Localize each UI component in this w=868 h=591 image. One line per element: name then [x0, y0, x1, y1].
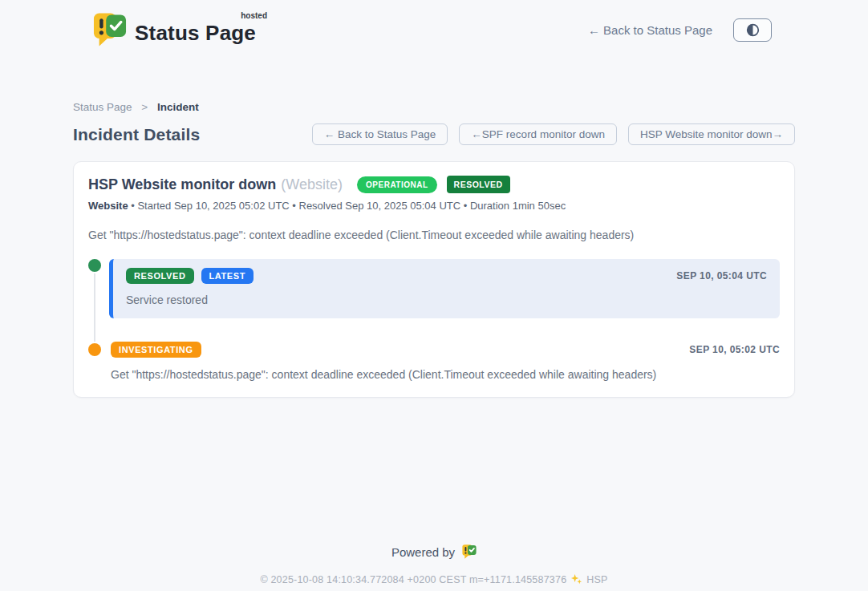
incident-card: HSP Website monitor down (Website) OPERA…	[73, 161, 795, 398]
brand[interactable]: hosted Status Page	[93, 11, 256, 48]
theme-toggle-button[interactable]	[733, 18, 772, 42]
incident-title-row: HSP Website monitor down (Website) OPERA…	[88, 176, 780, 193]
powered-by[interactable]: Powered by	[391, 544, 477, 560]
back-to-status-page-button[interactable]: ← Back to Status Page	[312, 123, 448, 145]
operational-status-badge: OPERATIONAL	[357, 176, 437, 193]
brand-logo-icon	[93, 11, 127, 48]
incident-component: (Website)	[281, 176, 343, 193]
title-row: Incident Details ← Back to Status Page ←…	[73, 123, 795, 145]
timeline-entry-head: RESOLVED LATEST SEP 10, 05:04 UTC	[126, 268, 767, 284]
header: hosted Status Page ← Back to Status Page	[0, 0, 868, 55]
brand-logo-small-icon	[462, 544, 477, 560]
investigating-badge: INVESTIGATING	[111, 342, 201, 358]
timeline-entry-timestamp: SEP 10, 05:02 UTC	[689, 344, 780, 355]
latest-badge: LATEST	[201, 268, 254, 284]
copyright-suffix: HSP	[586, 574, 607, 585]
resolved-badge: RESOLVED	[126, 268, 194, 284]
breadcrumb-separator: >	[141, 101, 148, 113]
timeline-entry-badges: INVESTIGATING	[111, 342, 201, 358]
brand-superscript: hosted	[241, 11, 267, 20]
prev-incident-button[interactable]: ←SPF record monitor down	[459, 123, 617, 145]
brand-name: Status Page	[135, 21, 256, 45]
incident-meta: Website • Started Sep 10, 2025 05:02 UTC…	[88, 200, 780, 212]
header-right: ← Back to Status Page	[588, 18, 772, 42]
circle-half-icon	[746, 23, 760, 37]
incident-meta-component: Website	[88, 200, 128, 212]
timeline-entry-investigating: INVESTIGATING SEP 10, 05:02 UTC Get "htt…	[88, 342, 780, 381]
timeline-entry-message: Service restored	[126, 293, 767, 306]
timeline-entry-badges: RESOLVED LATEST	[126, 268, 254, 284]
timeline-entry-timestamp: SEP 10, 05:04 UTC	[676, 270, 767, 281]
incident-title: HSP Website monitor down	[88, 176, 276, 193]
timeline-entry-resolved: RESOLVED LATEST SEP 10, 05:04 UTC Servic…	[88, 259, 780, 318]
brand-text: hosted Status Page	[135, 14, 256, 46]
timeline-entry-head: INVESTIGATING SEP 10, 05:02 UTC	[111, 342, 780, 358]
incident-nav-buttons: ← Back to Status Page ←SPF record monito…	[312, 123, 795, 145]
breadcrumb: Status Page > Incident	[73, 101, 795, 113]
resolved-status-badge: RESOLVED	[447, 176, 510, 193]
breadcrumb-status-page[interactable]: Status Page	[73, 101, 132, 113]
incident-meta-details: • Started Sep 10, 2025 05:02 UTC • Resol…	[128, 200, 566, 212]
timeline-dot-green	[88, 259, 101, 272]
copyright-line: © 2025-10-08 14:10:34.772084 +0200 CEST …	[0, 573, 868, 585]
breadcrumb-incident: Incident	[157, 101, 199, 113]
incident-description: Get "https://hostedstatus.page": context…	[88, 229, 780, 241]
powered-by-label: Powered by	[391, 545, 455, 559]
incident-timeline: RESOLVED LATEST SEP 10, 05:04 UTC Servic…	[88, 259, 780, 381]
page-title: Incident Details	[73, 125, 200, 144]
copyright-text: © 2025-10-08 14:10:34.772084 +0200 CEST …	[260, 574, 566, 585]
timeline-entry-message: Get "https://hostedstatus.page": context…	[111, 368, 780, 381]
sparkles-icon	[570, 573, 582, 585]
next-incident-button[interactable]: HSP Website monitor down→	[628, 123, 795, 145]
footer: Powered by © 2025-10-08 14:10:34.772084 …	[0, 544, 868, 585]
timeline-entry-card: RESOLVED LATEST SEP 10, 05:04 UTC Servic…	[109, 259, 780, 318]
main-content: Status Page > Incident Incident Details …	[73, 101, 795, 398]
timeline-dot-orange	[88, 343, 101, 356]
timeline-entry-card: INVESTIGATING SEP 10, 05:02 UTC Get "htt…	[109, 342, 780, 381]
header-back-link[interactable]: ← Back to Status Page	[588, 23, 712, 37]
